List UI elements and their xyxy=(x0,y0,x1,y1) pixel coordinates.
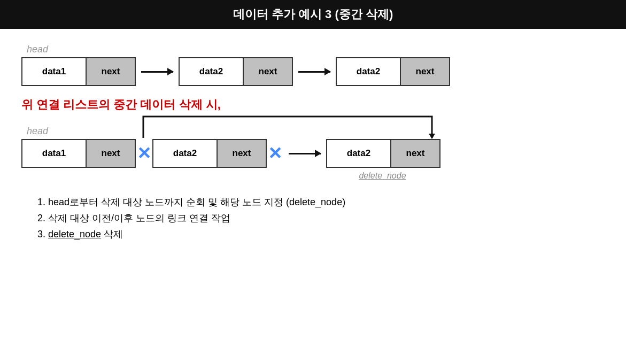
arrow-1 xyxy=(136,71,179,73)
step-1-text: head로부터 삭제 대상 노드까지 순회 및 해당 노드 지정 (delete… xyxy=(48,197,345,207)
node-3-next: next xyxy=(401,58,449,85)
x-mark-1: ✕ xyxy=(137,145,151,162)
x-mark-2: ✕ xyxy=(268,145,282,162)
steps-list: head로부터 삭제 대상 노드까지 순회 및 해당 노드 지정 (delete… xyxy=(32,196,605,241)
node-3: data2 next xyxy=(336,57,450,86)
delete-node-1: data1 next xyxy=(21,139,136,168)
node-1-data: data1 xyxy=(22,58,87,85)
delete-nodes-row: data1 next ✕ data2 next ✕ data2 xyxy=(21,139,605,168)
delete-node-2-next: next xyxy=(218,140,266,167)
head-label-1: head xyxy=(27,44,605,55)
delete-node-1-data: data1 xyxy=(22,140,87,167)
step-2-text: 삭제 대상 이전/이후 노드의 링크 연결 작업 xyxy=(48,213,230,223)
node-1: data1 next xyxy=(21,57,136,86)
step-2: 삭제 대상 이전/이후 노드의 링크 연결 작업 xyxy=(48,212,605,224)
delete-node-3-data: data2 xyxy=(327,140,391,167)
svg-marker-0 xyxy=(429,134,435,139)
bypass-arrow-svg xyxy=(138,111,555,143)
step-3: delete_node 삭제 xyxy=(48,228,605,241)
node-1-next: next xyxy=(87,58,135,85)
arrow-line-1 xyxy=(141,71,173,73)
delete-node-3: data2 next xyxy=(326,139,440,168)
delete-node-2-data: data2 xyxy=(153,140,218,167)
delete-arrow xyxy=(283,153,326,154)
delete-arrow-line xyxy=(289,153,321,154)
diagram2: head data1 next ✕ data2 next xyxy=(21,126,605,181)
page-title: 데이터 추가 예시 3 (중간 삭제) xyxy=(0,0,626,29)
nodes-row-1: data1 next data2 next data2 next xyxy=(21,57,605,86)
middle-text: 위 연결 리스트의 중간 데이터 삭제 시, xyxy=(21,97,605,113)
step-1: head로부터 삭제 대상 노드까지 순회 및 해당 노드 지정 (delete… xyxy=(48,196,605,208)
node-2: data2 next xyxy=(179,57,293,86)
delete-node-2: data2 next xyxy=(152,139,267,168)
node-3-data: data2 xyxy=(337,58,401,85)
delete-node-label: delete_node xyxy=(160,171,605,181)
node-2-data: data2 xyxy=(180,58,244,85)
step-3-underline: delete_node xyxy=(48,229,101,239)
delete-node-3-next: next xyxy=(391,140,439,167)
arrow-line-2 xyxy=(298,71,330,73)
diagram1: head data1 next data2 next data2 xyxy=(21,44,605,86)
delete-node-1-next: next xyxy=(87,140,135,167)
step-3-suffix: 삭제 xyxy=(101,229,123,239)
node-2-next: next xyxy=(244,58,292,85)
arrow-2 xyxy=(293,71,336,73)
